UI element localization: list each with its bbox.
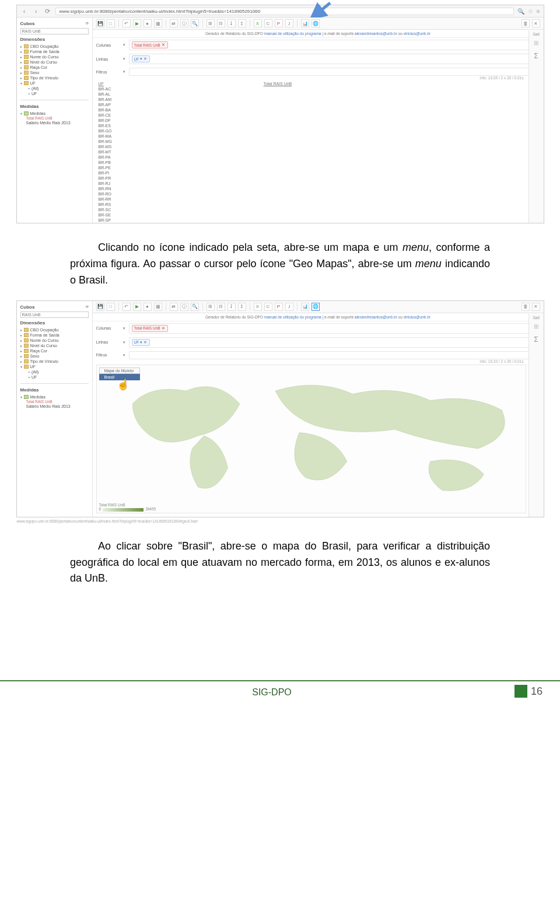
filters-axis-drop[interactable] (129, 68, 540, 76)
zoom-icon[interactable]: 🔍 (191, 303, 199, 311)
hide-icon[interactable]: ▦ (154, 19, 162, 27)
auto-icon[interactable]: ● (144, 19, 152, 27)
dimension-item[interactable]: ▾UF (20, 364, 89, 369)
chevron-down-icon[interactable]: ▾ (123, 340, 125, 345)
email-link-1[interactable]: alexandresantos@unb.br (355, 315, 397, 319)
measure-salario[interactable]: Salário Médio Rais 2013 (20, 120, 89, 125)
email-link-2[interactable]: vinicius@unb.br (404, 32, 430, 36)
menu-icon[interactable]: ≡ (537, 8, 540, 15)
dimension-item[interactable]: ▸Nível do Curso (20, 343, 89, 348)
drill-icon[interactable]: ⊞ (206, 303, 215, 311)
sort2-icon[interactable]: ↥ (238, 303, 246, 311)
email-link-2[interactable]: vinicius@unb.br (404, 315, 430, 319)
dimension-item[interactable]: ▸Tipo de Vínculo (20, 75, 89, 80)
dimension-item[interactable]: ▸Sexo (20, 70, 89, 75)
star-icon[interactable]: ☆ (528, 8, 533, 15)
chevron-down-icon[interactable]: ▾ (123, 57, 125, 61)
measure-total-rais[interactable]: Total RAIS UnB (20, 116, 89, 120)
save-icon[interactable]: 💾 (96, 303, 104, 311)
measure-salario[interactable]: Salário Médio Rais 2013 (20, 404, 89, 409)
sigma-icon[interactable]: Σ (529, 335, 544, 344)
dimension-child[interactable]: •UF (20, 91, 89, 96)
export-pdf-icon[interactable]: P (275, 303, 283, 311)
measures-folder[interactable]: ▾Medidas (20, 111, 89, 116)
new-icon[interactable]: □ (107, 303, 115, 311)
chevron-down-icon[interactable]: ▾ (123, 353, 125, 358)
run-icon[interactable]: ▶ (133, 19, 141, 27)
filters-axis-drop[interactable] (129, 351, 540, 359)
dimension-item[interactable]: ▸Forma de Saída (20, 332, 89, 338)
sort2-icon[interactable]: ↥ (238, 19, 246, 27)
measures-folder[interactable]: ▾Medidas (20, 394, 89, 400)
export-pdf-icon[interactable]: P (275, 19, 283, 27)
undo-icon[interactable]: ↶ (123, 303, 131, 311)
columns-axis-drop[interactable]: Total RAIS UnB✕ (129, 323, 540, 334)
export-csv-icon[interactable]: C (264, 19, 272, 27)
cube-select[interactable]: RAIS UnB (20, 28, 89, 34)
close-icon[interactable]: ✕ (532, 303, 540, 311)
back-icon[interactable]: ‹ (20, 7, 29, 15)
refresh-icon[interactable]: ⟳ (86, 304, 89, 310)
forward-icon[interactable]: › (32, 7, 40, 15)
manual-link[interactable]: manual de utilização do programa (264, 315, 321, 319)
geo-map-icon[interactable]: 🌐 (312, 303, 320, 311)
chevron-down-icon[interactable]: ▾ (123, 43, 125, 47)
rows-axis-drop[interactable]: UF▾✕ (129, 337, 540, 348)
export-xls-icon[interactable]: X (254, 19, 262, 27)
dimension-item[interactable]: ▾UF (20, 80, 89, 86)
dimension-item[interactable]: ▸Sexo (20, 354, 89, 359)
dimension-child[interactable]: •(All) (20, 369, 89, 374)
dimension-item[interactable]: ▸Forma de Saída (20, 49, 89, 54)
chart-icon[interactable]: 📊 (301, 303, 309, 311)
measure-total-rais[interactable]: Total RAIS UnB (20, 400, 89, 404)
dimension-item[interactable]: ▸Raça Cor (20, 65, 89, 70)
refresh-icon[interactable]: ⟳ (86, 21, 89, 26)
zoom-icon[interactable]: 🔍 (191, 19, 199, 27)
chevron-down-icon[interactable]: ▾ (123, 69, 125, 74)
export-json-icon[interactable]: J (285, 19, 293, 27)
info-icon[interactable]: ⓘ (180, 19, 188, 27)
trash-icon[interactable]: 🗑 (522, 303, 530, 311)
dimension-child[interactable]: •UF (20, 374, 89, 380)
drill-icon[interactable]: ⊞ (206, 19, 215, 27)
dimension-item[interactable]: ▸Raça Cor (20, 348, 89, 354)
save-icon[interactable]: 💾 (96, 19, 104, 27)
email-link-1[interactable]: alexandresantos@unb.br (355, 32, 397, 36)
auto-icon[interactable]: ● (144, 303, 152, 311)
dimension-item[interactable]: ▸Nome do Curso (20, 54, 89, 60)
map-menu-world[interactable]: Mapa do Mundo (99, 368, 140, 374)
drill2-icon[interactable]: ⊟ (217, 303, 225, 311)
chevron-down-icon[interactable]: ▾ (123, 326, 125, 331)
trash-icon[interactable]: 🗑 (522, 19, 530, 27)
chart-icon[interactable]: 📊 (301, 19, 309, 27)
sort-icon[interactable]: ↧ (228, 303, 236, 311)
sigma-icon[interactable]: Σ (529, 52, 544, 60)
geo-map-icon[interactable]: 🌐 (312, 19, 320, 27)
dimension-item[interactable]: ▸CBO Ocupação (20, 44, 89, 49)
export-json-icon[interactable]: J (285, 303, 293, 311)
run-icon[interactable]: ▶ (133, 303, 141, 311)
new-icon[interactable]: □ (107, 19, 115, 27)
sort-icon[interactable]: ↧ (228, 19, 236, 27)
export-xls-icon[interactable]: X (254, 303, 262, 311)
cube-select[interactable]: RAIS UnB (20, 312, 89, 318)
manual-link[interactable]: manual de utilização do programa (264, 32, 321, 36)
dimension-child[interactable]: •(All) (20, 86, 89, 91)
reload-icon[interactable]: ⟳ (44, 7, 52, 15)
dimension-item[interactable]: ▸Nível do Curso (20, 60, 89, 65)
rows-axis-drop[interactable]: UF▾✕ (129, 54, 540, 64)
columns-axis-drop[interactable]: Total RAIS UnB✕ (129, 40, 540, 50)
geo-map[interactable]: Mapa do Mundo Brasil ☝ Total RAIS UnB 03… (96, 365, 526, 513)
dimension-item[interactable]: ▸CBO Ocupação (20, 327, 89, 332)
swap-icon[interactable]: ⇄ (170, 19, 178, 27)
swap-icon[interactable]: ⇄ (170, 303, 178, 311)
dimension-item[interactable]: ▸Tipo de Vínculo (20, 359, 89, 364)
drill2-icon[interactable]: ⊟ (217, 19, 225, 27)
close-icon[interactable]: ✕ (532, 19, 540, 27)
info-icon[interactable]: ⓘ (180, 303, 188, 311)
dimension-item[interactable]: ▸Nome do Curso (20, 338, 89, 343)
undo-icon[interactable]: ↶ (123, 19, 131, 27)
hide-icon[interactable]: ▦ (154, 303, 162, 311)
export-csv-icon[interactable]: C (264, 303, 272, 311)
search-icon[interactable]: 🔍 (517, 8, 524, 15)
